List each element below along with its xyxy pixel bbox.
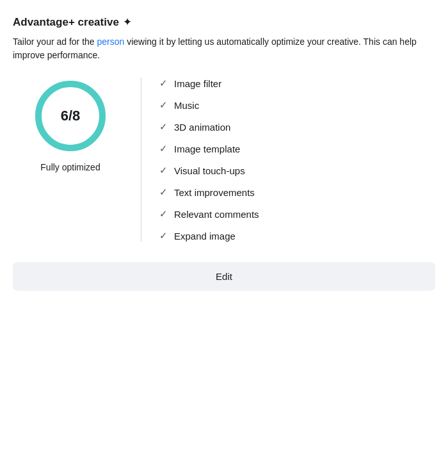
- feature-label: Image template: [174, 144, 240, 154]
- page-title: Advantage+ creative: [13, 16, 119, 29]
- content-row: 6/8 Fully optimized ✓Image filter✓Music✓…: [13, 78, 435, 242]
- check-icon: ✓: [159, 230, 168, 242]
- feature-item: ✓Image template: [159, 143, 435, 154]
- description: Tailor your ad for the person viewing it…: [13, 35, 435, 62]
- left-panel: 6/8 Fully optimized: [13, 78, 141, 172]
- check-icon: ✓: [159, 99, 168, 111]
- check-icon: ✓: [159, 143, 168, 154]
- title-row: Advantage+ creative ✦: [13, 15, 435, 29]
- progress-circle: 6/8: [32, 78, 109, 154]
- feature-item: ✓Image filter: [159, 78, 435, 89]
- feature-label: Expand image: [174, 231, 236, 242]
- features-list: ✓Image filter✓Music✓3D animation✓Image t…: [141, 78, 435, 242]
- circle-label: 6/8: [61, 108, 81, 124]
- feature-item: ✓Relevant comments: [159, 208, 435, 220]
- person-link[interactable]: person: [97, 37, 125, 47]
- feature-label: Relevant comments: [174, 209, 259, 220]
- feature-label: Image filter: [174, 78, 221, 89]
- check-icon: ✓: [159, 186, 168, 198]
- feature-item: ✓Music: [159, 99, 435, 111]
- check-icon: ✓: [159, 165, 168, 176]
- check-icon: ✓: [159, 208, 168, 220]
- feature-item: ✓Text improvements: [159, 186, 435, 198]
- edit-button[interactable]: Edit: [13, 262, 435, 291]
- check-icon: ✓: [159, 78, 168, 89]
- feature-item: ✓3D animation: [159, 121, 435, 133]
- feature-label: Music: [174, 100, 199, 111]
- feature-label: Visual touch-ups: [174, 165, 245, 176]
- check-icon: ✓: [159, 121, 168, 133]
- feature-item: ✓Expand image: [159, 230, 435, 242]
- description-text-before: Tailor your ad for the: [13, 37, 97, 47]
- feature-label: Text improvements: [174, 187, 255, 198]
- sparkle-icon: ✦: [123, 15, 132, 29]
- optimized-text: Fully optimized: [40, 162, 100, 172]
- feature-label: 3D animation: [174, 122, 230, 133]
- feature-item: ✓Visual touch-ups: [159, 165, 435, 176]
